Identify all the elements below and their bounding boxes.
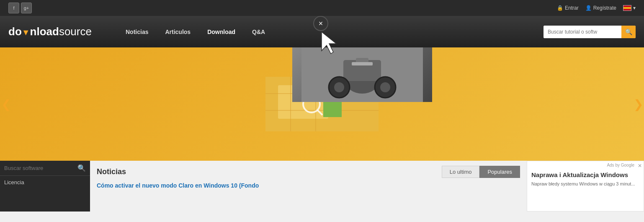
nav-item-qa[interactable]: Q&A xyxy=(244,16,273,47)
facebook-icon[interactable]: f xyxy=(8,3,19,13)
news-section: Noticias Lo ultimo Populares Cómo activa… xyxy=(90,161,527,212)
ad-close-button[interactable]: ✕ xyxy=(638,163,642,169)
google-plus-icon[interactable]: g+ xyxy=(21,3,32,13)
ad-label: Ads by Google xyxy=(607,163,634,167)
news-tab-populares[interactable]: Populares xyxy=(479,166,520,178)
top-bar: f g+ 🔒 Entrar 👤 Regístrate ▾ xyxy=(0,0,644,16)
header-search-button[interactable]: 🔍 xyxy=(621,26,636,38)
sidebar-search: 🔍 Licencia xyxy=(0,161,90,212)
cards-section: ❮ xyxy=(0,47,644,161)
cards-prev-button[interactable]: ❮ xyxy=(0,47,12,161)
ad-title: Naprawa i Aktualizacja Windows xyxy=(531,171,639,178)
cards-next-button[interactable]: ❯ xyxy=(632,47,644,161)
logo-nload: nload xyxy=(30,25,59,38)
language-selector[interactable]: ▾ xyxy=(623,5,636,11)
logo-arrow-icon: ▼ xyxy=(22,28,30,37)
ad-description: Napraw błedy systemu Windows w ciągu 3 m… xyxy=(531,181,639,187)
card-android: Noticias Android robado o nartphone o Ta… xyxy=(12,47,152,161)
entrar-link[interactable]: 🔒 Entrar xyxy=(557,5,579,11)
sidebar-search-icon: 🔍 xyxy=(77,164,86,172)
svg-rect-22 xyxy=(352,62,373,65)
logo[interactable]: do▼nloadsource xyxy=(8,25,100,38)
svg-point-20 xyxy=(380,82,390,92)
motorcycle-svg xyxy=(301,47,423,102)
main-nav: Noticias Articulos Download Q&A xyxy=(117,16,544,47)
header-search: 🔍 xyxy=(544,26,636,38)
nav-item-noticias[interactable]: Noticias xyxy=(117,16,157,47)
news-header: Noticias Lo ultimo Populares xyxy=(97,166,520,178)
news-article-title[interactable]: Cómo activar el nuevo modo Claro en Wind… xyxy=(97,182,520,189)
sidebar-search-box: 🔍 xyxy=(0,161,90,176)
news-tab-lo-ultimo[interactable]: Lo ultimo xyxy=(442,166,480,178)
bottom-section: 🔍 Licencia Noticias Lo ultimo Populares xyxy=(0,161,644,212)
registrate-link[interactable]: 👤 Regístrate xyxy=(585,5,616,11)
svg-point-19 xyxy=(334,82,344,92)
card-android-image xyxy=(12,47,152,102)
news-section-title: Noticias xyxy=(97,167,126,176)
flag-icon xyxy=(623,5,631,11)
top-bar-right: 🔒 Entrar 👤 Regístrate ▾ xyxy=(557,5,636,11)
header: do▼nloadsource Noticias Articulos Downlo… xyxy=(0,16,644,47)
nav-item-articulos[interactable]: Articulos xyxy=(157,16,199,47)
card-usb-image xyxy=(292,47,432,102)
ad-section: Ads by Google ✕ Naprawa i Aktualizacja W… xyxy=(527,161,644,212)
logo-source: source xyxy=(59,25,92,38)
header-search-input[interactable] xyxy=(544,26,621,38)
cards-container: Noticias Android robado o nartphone o Ta… xyxy=(12,47,632,161)
sidebar-licencia-link[interactable]: Licencia xyxy=(0,176,90,189)
nav-item-download[interactable]: Download xyxy=(199,16,244,47)
sidebar-search-input[interactable] xyxy=(4,165,77,171)
news-tabs: Lo ultimo Populares xyxy=(442,166,520,178)
logo-do: do xyxy=(8,25,22,38)
social-icons: f g+ xyxy=(8,3,32,13)
